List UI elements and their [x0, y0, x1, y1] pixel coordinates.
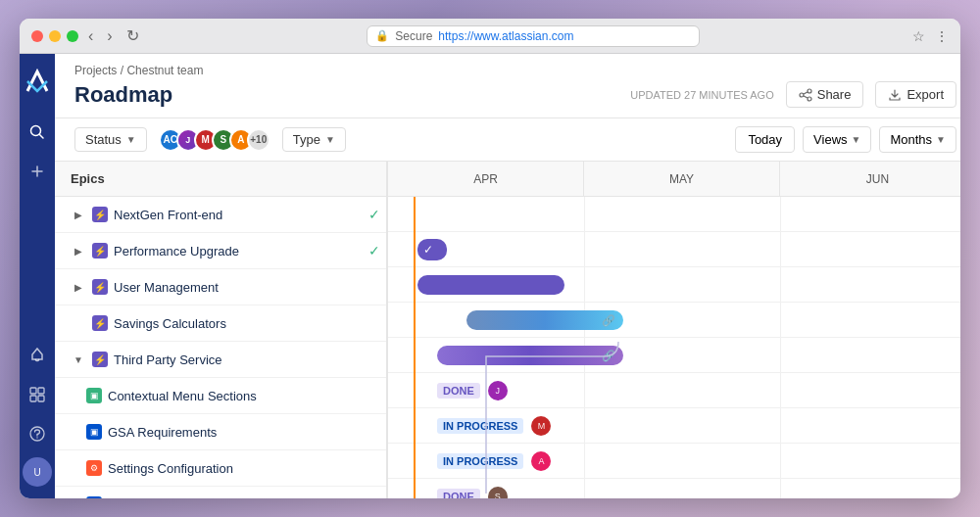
bookmark-icon[interactable]: ☆ [912, 28, 925, 44]
url-display[interactable]: https://www.atlassian.com [438, 29, 573, 43]
main-content: Projects / Chestnut team Roadmap UPDATED… [55, 54, 960, 498]
avatar-stack[interactable]: AC J M S A +10 [159, 128, 270, 152]
table-row: ▣ Content Design Review [55, 487, 386, 498]
share-button[interactable]: Share [786, 81, 864, 108]
views-chevron: ▼ [852, 134, 861, 145]
status-badge: IN PROGRESS [437, 453, 523, 469]
app-container: U Projects / Chestnut team Roadmap UPDAT… [20, 54, 960, 498]
check-icon: ✓ [368, 243, 380, 258]
row-label: Performance Upgrade [114, 244, 239, 258]
status-container: DONE J [437, 381, 508, 400]
epics-header: Epics [55, 162, 386, 197]
row-label: Savings Calculators [114, 316, 226, 331]
gantt-bar[interactable] [417, 275, 564, 295]
row-cell: ▼ ⚡ Third Party Service [55, 342, 388, 377]
sidebar: U [20, 54, 55, 498]
row-cell: ▣ Content Design Review [55, 487, 388, 498]
page-title: Roadmap [74, 82, 172, 108]
svg-point-8 [800, 93, 804, 97]
row-cell: ⚙ Settings Configuration [55, 450, 388, 486]
expand-icon[interactable]: ▶ [71, 243, 86, 258]
svg-rect-1 [30, 388, 36, 394]
row-label: Contextual Menu Sections [108, 389, 257, 403]
row-icon: ⚡ [92, 352, 108, 367]
row-label: Content Design Review [108, 497, 241, 499]
secure-label: Secure [395, 29, 432, 43]
table-row: ▣ GSA Requirements [55, 414, 386, 450]
titlebar: ‹ › ↻ 🔒 Secure https://www.atlassian.com… [20, 19, 960, 54]
share-label: Share [817, 87, 852, 102]
breadcrumb-projects[interactable]: Projects [74, 64, 117, 77]
gantt-row-3 [388, 267, 960, 303]
gantt-row-8: IN PROGRESS A [388, 444, 960, 479]
minimize-button[interactable] [49, 30, 61, 42]
months-button[interactable]: Months ▼ [879, 126, 956, 153]
gantt-bar[interactable]: 🔗 [437, 346, 623, 365]
gantt-row-6: DONE J [388, 373, 960, 408]
svg-point-7 [808, 89, 811, 93]
close-button[interactable] [31, 30, 43, 42]
month-apr: APR [388, 162, 584, 196]
status-container: IN PROGRESS M [437, 416, 551, 436]
sidebar-item-notifications[interactable] [22, 340, 53, 371]
status-container: IN PROGRESS A [437, 451, 551, 471]
gantt-row-9: DONE S [388, 479, 960, 498]
back-button[interactable]: ‹ [84, 25, 97, 47]
months-chevron: ▼ [936, 134, 946, 145]
table-row: ▶ ⚡ User Management [55, 269, 386, 306]
header-actions: UPDATED 27 MINUTES AGO Share [630, 81, 956, 108]
row-icon: ⚡ [92, 207, 108, 222]
svg-rect-4 [38, 396, 44, 401]
avatar[interactable]: U [23, 457, 52, 487]
row-cell: ▣ Contextual Menu Sections [55, 378, 388, 413]
breadcrumb-team[interactable]: Chestnut team [126, 64, 203, 77]
browser-window: ‹ › ↻ 🔒 Secure https://www.atlassian.com… [20, 19, 960, 498]
today-button[interactable]: Today [735, 126, 795, 153]
row-cell: ▶ ⚡ Savings Calculators [55, 306, 388, 341]
maximize-button[interactable] [67, 30, 78, 42]
assignee-avatar: A [531, 451, 551, 471]
security-icon: 🔒 [375, 29, 389, 42]
share-icon [799, 88, 812, 102]
export-label: Export [906, 87, 944, 102]
views-button[interactable]: Views ▼ [803, 126, 871, 153]
status-badge: DONE [437, 383, 480, 399]
views-label: Views [813, 132, 847, 147]
address-bar[interactable]: 🔒 Secure https://www.atlassian.com [367, 25, 700, 47]
sidebar-item-add[interactable] [22, 156, 53, 187]
month-jun: JUN [780, 162, 960, 196]
more-icon[interactable]: ⋮ [935, 28, 949, 44]
sidebar-item-apps[interactable] [22, 379, 53, 410]
gantt-row-7: IN PROGRESS M [388, 408, 960, 444]
type-chevron: ▼ [325, 134, 335, 145]
row-label: Settings Configuration [108, 461, 233, 476]
status-filter[interactable]: Status ▼ [74, 127, 147, 152]
status-label: Status [85, 132, 122, 147]
traffic-lights [31, 30, 78, 42]
table-row: ▼ ⚡ Third Party Service [55, 342, 386, 378]
refresh-button[interactable]: ↻ [122, 24, 143, 47]
gantt-row-2: ✓ [388, 232, 960, 267]
gantt-chart: APR MAY JUN [388, 162, 960, 498]
row-icon: ▣ [86, 424, 102, 440]
row-label: User Management [114, 280, 219, 295]
type-filter[interactable]: Type ▼ [282, 127, 346, 152]
export-icon [888, 88, 902, 102]
sidebar-item-search[interactable] [22, 117, 53, 148]
sidebar-item-help[interactable] [22, 418, 53, 449]
gantt-bar[interactable]: ✓ [417, 239, 447, 260]
expand-icon[interactable]: ▶ [71, 279, 86, 295]
expand-icon[interactable]: ▼ [71, 352, 86, 367]
month-may: MAY [584, 162, 780, 196]
expand-icon[interactable]: ▶ [71, 207, 86, 222]
svg-point-6 [36, 437, 37, 438]
logo[interactable] [20, 66, 55, 101]
gantt-row-1 [388, 197, 960, 232]
forward-button[interactable]: › [103, 25, 116, 47]
gantt-bar[interactable]: 🔗 [466, 310, 623, 330]
table-row: ▶ ⚡ Performance Upgrade ✓ [55, 233, 386, 269]
breadcrumb: Projects / Chestnut team [74, 64, 956, 77]
status-chevron: ▼ [126, 134, 136, 145]
export-button[interactable]: Export [875, 81, 956, 108]
row-icon: ⚙ [86, 460, 102, 476]
